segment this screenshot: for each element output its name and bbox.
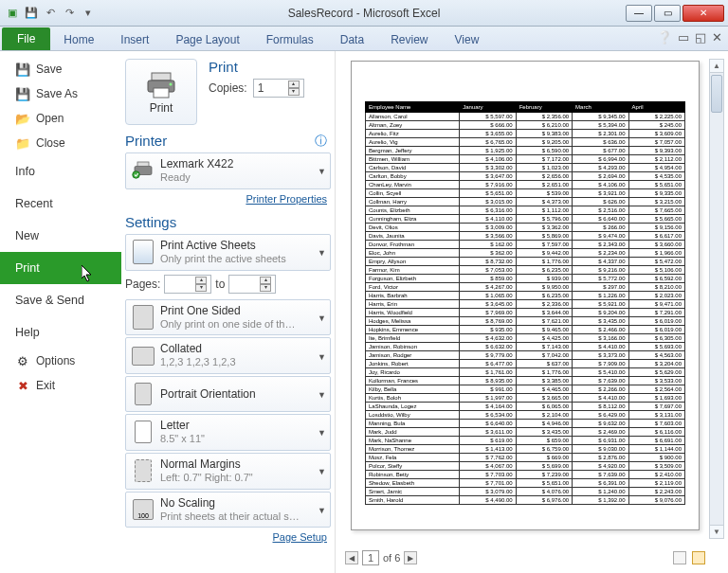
printer-device-icon xyxy=(132,157,155,184)
scaling-title: No Scaling xyxy=(160,496,300,510)
preview-footer: ◀ 1 of 6 ▶ xyxy=(345,546,705,569)
minimize-ribbon-icon[interactable]: ▭ xyxy=(678,30,689,45)
minimize-button[interactable]: — xyxy=(626,5,652,22)
chevron-down-icon: ▼ xyxy=(318,428,326,438)
copies-label: Copies: xyxy=(209,81,247,95)
pages-label: Pages: xyxy=(125,278,160,291)
nav-close[interactable]: 📁Close xyxy=(0,131,121,155)
nav-options-label: Options xyxy=(36,354,75,367)
svg-rect-3 xyxy=(154,88,169,98)
pages-from-spinner[interactable]: ▴▾ xyxy=(195,277,207,292)
one-sided-icon xyxy=(132,304,155,331)
save-icon[interactable]: 💾 xyxy=(23,5,40,22)
svg-point-6 xyxy=(133,171,140,179)
printer-heading: Printerⓘ xyxy=(125,133,331,149)
qat-customize-icon[interactable]: ▾ xyxy=(80,5,97,22)
print-what-sub: Only print the active sheets xyxy=(160,253,286,266)
chevron-down-icon: ▼ xyxy=(318,313,326,323)
nav-save-label: Save xyxy=(36,63,62,76)
folder-close-icon: 📁 xyxy=(15,135,30,151)
copies-spinner[interactable]: ▴▾ xyxy=(288,81,300,96)
prev-page-button[interactable]: ◀ xyxy=(345,551,358,564)
printer-properties-link[interactable]: Printer Properties xyxy=(125,191,331,206)
tab-file[interactable]: File xyxy=(2,27,50,50)
title-bar: ▣ 💾 ↶ ↷ ▾ SalesRecord - Microsoft Excel … xyxy=(0,0,728,27)
nav-save-as-label: Save As xyxy=(36,87,78,100)
margins-title: Normal Margins xyxy=(160,457,253,472)
nav-close-label: Close xyxy=(36,136,65,150)
paper-icon xyxy=(132,419,155,445)
nav-info[interactable]: Info xyxy=(0,155,121,188)
nav-save[interactable]: 💾Save xyxy=(0,57,121,81)
print-settings-panel: Print Print Copies: 1▴▾ Printerⓘ Lexmark… xyxy=(121,51,336,573)
nav-open[interactable]: 📂Open xyxy=(0,106,121,131)
tab-formulas[interactable]: Formulas xyxy=(253,29,327,50)
tab-insert[interactable]: Insert xyxy=(107,29,162,50)
pages-to-input[interactable]: ▴▾ xyxy=(228,275,276,294)
backstage-nav: 💾Save 💾Save As 📂Open 📁Close Info Recent … xyxy=(0,51,121,573)
undo-icon[interactable]: ↶ xyxy=(42,5,59,22)
nav-save-as[interactable]: 💾Save As xyxy=(0,81,121,106)
nav-exit[interactable]: ✖Exit xyxy=(0,373,121,398)
nav-new[interactable]: New xyxy=(0,220,121,252)
close-workbook-icon[interactable]: ✕ xyxy=(712,30,722,45)
restore-window-icon[interactable]: ◱ xyxy=(695,30,706,45)
page-setup-link[interactable]: Page Setup xyxy=(125,529,331,545)
tab-home[interactable]: Home xyxy=(50,29,107,50)
nav-save-send[interactable]: Save & Send xyxy=(0,284,121,316)
margins-sub: Left: 0.7" Right: 0.7" xyxy=(160,472,253,485)
pages-from-input[interactable]: ▴▾ xyxy=(164,275,211,294)
nav-exit-label: Exit xyxy=(36,379,55,392)
print-heading: Print xyxy=(209,59,304,75)
tab-view[interactable]: View xyxy=(442,29,493,50)
scroll-down-icon[interactable]: ▼ xyxy=(710,525,723,538)
orientation-select[interactable]: Portrait Orientation ▼ xyxy=(125,376,331,412)
collate-select[interactable]: Collated1,2,3 1,2,3 1,2,3 ▼ xyxy=(125,337,331,374)
tab-review[interactable]: Review xyxy=(377,29,441,50)
zoom-to-page-button[interactable] xyxy=(692,551,705,564)
help-icon[interactable]: ❔ xyxy=(657,30,672,45)
chevron-down-icon: ▼ xyxy=(318,506,326,515)
next-page-button[interactable]: ▶ xyxy=(404,551,417,564)
printer-select[interactable]: Lexmark X422Ready ▼ xyxy=(125,152,331,189)
nav-options[interactable]: ⚙Options xyxy=(0,349,121,373)
collate-title: Collated xyxy=(160,342,236,356)
collated-icon xyxy=(132,343,155,369)
tab-data[interactable]: Data xyxy=(327,29,377,50)
redo-icon[interactable]: ↷ xyxy=(61,5,78,22)
preview-page: Employee NameJanuaryFebruaryMarchAprilAl… xyxy=(351,61,700,530)
margins-icon xyxy=(132,457,155,484)
sides-select[interactable]: Print One SidedOnly print on one side of… xyxy=(125,299,331,336)
close-button[interactable]: ✕ xyxy=(682,5,724,22)
chevron-down-icon: ▼ xyxy=(318,390,326,400)
sides-sub: Only print on one side of th… xyxy=(160,318,295,331)
margins-select[interactable]: Normal MarginsLeft: 0.7" Right: 0.7" ▼ xyxy=(125,453,331,490)
tab-page-layout[interactable]: Page Layout xyxy=(162,29,252,50)
scaling-select[interactable]: 100 No ScalingPrint sheets at their actu… xyxy=(125,492,331,528)
save-icon: 💾 xyxy=(15,62,30,77)
paper-size-select[interactable]: Letter8.5" x 11" ▼ xyxy=(125,414,331,451)
info-icon[interactable]: ⓘ xyxy=(315,133,327,150)
scroll-up-icon[interactable]: ▲ xyxy=(710,60,723,73)
copies-input[interactable]: 1▴▾ xyxy=(253,79,304,98)
page-total-label: of 6 xyxy=(383,552,400,564)
pages-to-label: to xyxy=(215,278,225,291)
nav-recent[interactable]: Recent xyxy=(0,188,121,220)
preview-scrollbar[interactable]: ▲ ▼ xyxy=(709,59,724,539)
show-margins-button[interactable] xyxy=(673,551,686,564)
print-what-select[interactable]: Print Active SheetsOnly print the active… xyxy=(125,234,331,271)
maximize-button[interactable]: ▭ xyxy=(654,5,681,22)
settings-heading: Settings xyxy=(125,214,331,230)
collate-sub: 1,2,3 1,2,3 1,2,3 xyxy=(160,356,236,369)
scrollbar-thumb[interactable] xyxy=(711,75,722,113)
print-button[interactable]: Print xyxy=(125,59,197,125)
nav-open-label: Open xyxy=(36,112,64,125)
nav-help[interactable]: Help xyxy=(0,316,121,349)
nav-print[interactable]: Print xyxy=(0,252,121,284)
pages-to-spinner[interactable]: ▴▾ xyxy=(260,277,271,292)
excel-app-icon[interactable]: ▣ xyxy=(4,5,21,22)
chevron-down-icon: ▼ xyxy=(318,352,326,362)
copies-value: 1 xyxy=(258,81,264,95)
quick-access-toolbar: ▣ 💾 ↶ ↷ ▾ xyxy=(4,5,97,22)
page-number-input[interactable]: 1 xyxy=(362,550,379,565)
